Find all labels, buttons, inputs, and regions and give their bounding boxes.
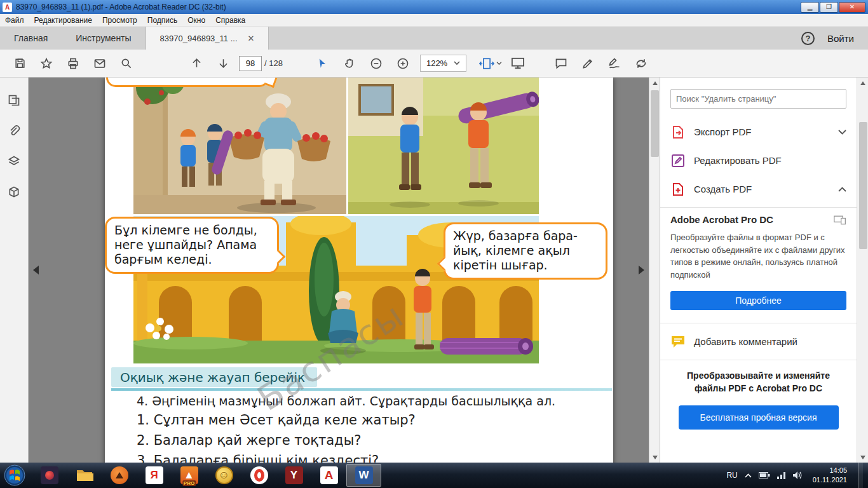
menubar: Файл Редактирование Просмотр Подпись Окн… (0, 14, 868, 27)
hand-tool-button[interactable] (339, 53, 360, 74)
scroll-down-icon[interactable] (857, 452, 868, 463)
highlighter-tool-button[interactable] (577, 53, 599, 74)
favorites-button[interactable] (36, 53, 57, 74)
help-icon[interactable]: ? (801, 32, 815, 45)
tab-close-icon[interactable]: ✕ (248, 34, 255, 43)
tab-document[interactable]: 83970_946893_11 ... ✕ (146, 27, 269, 50)
fill-sign-icon (608, 57, 621, 70)
bubble-line: йық, кілемге ақыл (453, 243, 598, 258)
menu-edit[interactable]: Редактирование (29, 14, 97, 26)
search-icon (120, 57, 133, 70)
speech-bubble-top-cut (106, 78, 269, 87)
zoom-out-button[interactable] (365, 53, 387, 74)
minimize-icon: ▁ (808, 4, 813, 10)
next-page-button[interactable] (212, 53, 234, 74)
window-title: 83970_946893_11 (1).pdf - Adobe Acrobat … (16, 3, 800, 11)
maximize-button[interactable]: ❐ (820, 2, 838, 13)
scrollbar-thumb[interactable] (651, 90, 659, 157)
document-viewport[interactable]: Бұл кілемге не болды, неге ұшпайды? Апам… (29, 78, 660, 463)
folder-icon (76, 468, 93, 483)
menu-view[interactable]: Просмотр (97, 14, 142, 26)
coin-app-icon[interactable]: ☺ (207, 464, 241, 487)
comment-tool-button[interactable] (550, 53, 572, 74)
devices-icon (834, 215, 846, 225)
zoom-in-button[interactable] (392, 53, 414, 74)
layers-icon[interactable] (8, 155, 20, 168)
add-comment-button[interactable]: Добавить комментарий (670, 327, 846, 356)
sign-in-button[interactable]: Войти (827, 33, 854, 44)
chevron-down-icon[interactable] (838, 130, 846, 135)
page-copy-icon[interactable] (8, 94, 20, 107)
illustration-boys-walking (348, 78, 539, 214)
chevron-up-icon[interactable] (838, 187, 846, 192)
menu-window[interactable]: Окно (182, 14, 210, 26)
y-app-icon[interactable]: Y (276, 464, 311, 487)
panel-scrollbar[interactable] (857, 78, 868, 463)
email-button[interactable] (89, 53, 111, 74)
acrobat-reader-window: A 83970_946893_11 (1).pdf - Adobe Acroba… (0, 0, 868, 488)
tab-home[interactable]: Главная (0, 27, 62, 50)
page-number-input[interactable] (239, 56, 262, 71)
page-fit-dropdown[interactable] (479, 53, 502, 74)
speech-bubble-right: Жүр, базарға бара- йық, кілемге ақыл кір… (444, 222, 607, 280)
tools-search-input[interactable] (676, 94, 841, 104)
bubble-line: барғым келеді. (114, 252, 269, 267)
fill-sign-tool-button[interactable] (604, 53, 625, 74)
select-tool-button[interactable] (312, 53, 334, 74)
media-app-icon[interactable] (32, 464, 67, 487)
scroll-up-icon[interactable] (649, 78, 660, 88)
save-button[interactable] (9, 53, 31, 74)
search-button[interactable] (116, 53, 137, 74)
zoom-level-value: 122% (426, 58, 447, 68)
document-scrollbar[interactable] (649, 78, 660, 463)
tab-tools[interactable]: Инструменты (62, 27, 145, 50)
pro-app-icon[interactable]: ▲PRO (172, 464, 207, 487)
scroll-up-icon[interactable] (857, 78, 868, 88)
network-icon[interactable] (777, 472, 786, 479)
collapse-right-panel-arrow[interactable] (639, 266, 644, 274)
free-trial-button[interactable]: Бесплатная пробная версия (679, 405, 839, 430)
tray-expand-icon[interactable] (745, 473, 752, 478)
divider (660, 360, 857, 360)
acrobat-reader-icon[interactable]: A (311, 464, 346, 487)
zoom-out-icon (370, 57, 383, 70)
tool-edit-pdf[interactable]: Редактировать PDF (670, 146, 846, 175)
more-tools-button[interactable] (630, 53, 652, 74)
tools-search-box[interactable] (670, 89, 846, 109)
menu-help[interactable]: Справка (210, 14, 250, 26)
pro-badge: PRO (182, 480, 196, 486)
print-button[interactable] (62, 53, 84, 74)
model-tree-icon[interactable] (8, 186, 20, 198)
menu-file[interactable]: Файл (0, 14, 29, 26)
battery-icon[interactable] (759, 472, 770, 478)
opera-icon[interactable] (241, 464, 276, 487)
clock[interactable]: 14:05 01.11.2021 (809, 466, 851, 485)
tools-panel: Экспорт PDF Редактировать PDF Создать PD… (660, 78, 857, 463)
volume-icon[interactable] (793, 471, 802, 479)
zoom-in-icon (397, 57, 409, 70)
previous-page-button[interactable] (186, 53, 207, 74)
scroll-down-icon[interactable] (649, 452, 660, 463)
yandex-browser-icon[interactable]: Я (137, 464, 172, 487)
orange-app-icon[interactable] (102, 464, 137, 487)
start-button[interactable] (3, 463, 27, 487)
word-icon[interactable]: W (346, 464, 381, 487)
zoom-level-dropdown[interactable]: 122% (420, 55, 466, 72)
language-indicator[interactable]: RU (726, 471, 737, 480)
tool-export-pdf[interactable]: Экспорт PDF (670, 118, 846, 146)
divider (660, 323, 857, 323)
close-button[interactable]: ✕ (839, 2, 865, 13)
show-desktop-button[interactable] (858, 463, 863, 488)
tool-create-pdf[interactable]: Создать PDF (670, 175, 846, 203)
attachments-icon[interactable] (8, 125, 20, 137)
trial-title: Преобразовывайте и изменяйте файлы PDF с… (670, 369, 846, 395)
minimize-button[interactable]: ▁ (801, 2, 819, 13)
scrollbar-thumb[interactable] (859, 122, 867, 249)
display-mode-button[interactable] (507, 53, 529, 74)
tool-label: Создать PDF (694, 184, 830, 194)
menu-sign[interactable]: Подпись (142, 14, 183, 26)
select-tool-icon (316, 57, 329, 69)
explorer-icon[interactable] (67, 464, 102, 487)
previous-page-arrow[interactable] (33, 266, 39, 274)
learn-more-button[interactable]: Подробнее (670, 291, 846, 310)
